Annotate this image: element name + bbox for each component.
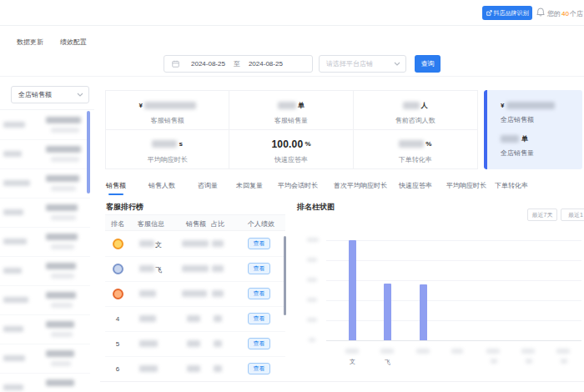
ranking-title: 客服排行榜 [106, 202, 143, 213]
top-header: 抖店品牌识别 您的40个店 [0, 0, 584, 26]
calendar-icon [172, 60, 179, 68]
sidebar-scrollbar[interactable] [87, 111, 90, 193]
bar-2 [384, 284, 391, 340]
metric-tab-sales-count[interactable]: 销售人数 [149, 181, 175, 190]
range-button-7d[interactable]: 最近7天 [527, 209, 557, 221]
content-bottom-divider [100, 381, 584, 382]
rank-number: 6 [108, 356, 128, 381]
ranking-row-2: 飞 查看 [105, 256, 285, 282]
ranking-row-6: 6 查看 [105, 356, 285, 382]
metric-tab-first-response[interactable]: 首次平均响应时长 [334, 181, 387, 190]
brand-button-label: 抖店品牌识别 [494, 9, 529, 18]
stats-card-grid: ¥ 客服销售额 单 客服销售量 人 售前咨询人数 s 平均响应时长 100.00… [105, 90, 478, 169]
sidebar-list-item[interactable] [0, 198, 90, 228]
stat-label: 售前咨询人数 [354, 116, 477, 125]
bar-1 [349, 240, 356, 340]
unit-label: 单 [521, 134, 528, 143]
stat-value: 100.00 [271, 138, 303, 150]
chevron-down-icon [77, 93, 83, 97]
stat-label: 快速应答率 [229, 155, 352, 164]
gridline [326, 320, 581, 321]
view-button[interactable]: 查看 [248, 288, 270, 299]
view-button[interactable]: 查看 [248, 338, 270, 349]
unit-label: 人 [421, 101, 428, 110]
store-card-accent-bar [484, 90, 487, 169]
nav-tab-data-update[interactable]: 数据更新 [17, 38, 43, 47]
col-name: 客服信息 [138, 219, 164, 229]
date-range-picker[interactable]: 2024-08-25 至 2024-08-25 [164, 55, 313, 73]
gold-medal-icon [108, 231, 128, 256]
silver-medal-icon [108, 256, 128, 281]
view-button[interactable]: 查看 [248, 238, 270, 249]
view-button[interactable]: 查看 [248, 313, 270, 324]
store-orders-label: 全店销售量 [501, 148, 534, 158]
ranking-table-header: 排名 客服信息 销售额 占比 个人绩效 [105, 214, 285, 231]
gridline [326, 260, 581, 261]
shop-select-placeholder: 请选择平台店铺 [326, 59, 394, 68]
date-to-label: 至 [234, 59, 240, 68]
bell-icon[interactable] [536, 8, 545, 18]
sidebar-list-item[interactable] [0, 139, 90, 169]
stat-label: 下单转化率 [354, 155, 477, 164]
col-ratio: 占比 [211, 219, 224, 229]
col-sales: 销售额 [186, 219, 206, 229]
stat-card-presale-consults: 人 售前咨询人数 [354, 91, 477, 130]
metric-tab-consults[interactable]: 咨询量 [198, 181, 218, 190]
gridline [326, 300, 581, 301]
stat-card-avg-response: s 平均响应时长 [106, 130, 229, 169]
unit-label: % [425, 140, 431, 148]
col-rank: 排名 [111, 219, 124, 229]
store-sales-value: ¥ [501, 100, 555, 110]
gridline [326, 240, 581, 241]
stat-card-quick-reply-rate: 100.00% 快速应答率 [229, 130, 353, 169]
gridline [326, 280, 581, 281]
x-axis-line [326, 340, 581, 341]
metric-tab-avg-session[interactable]: 平均会话时长 [278, 181, 318, 190]
rank-number: 5 [108, 331, 128, 356]
metric-tab-avg-response[interactable]: 平均响应时长 [446, 181, 486, 190]
view-button[interactable]: 查看 [248, 263, 270, 274]
sidebar-list-item[interactable] [0, 256, 90, 286]
sidebar-list-item[interactable] [0, 285, 90, 315]
stat-label: 客服销售额 [106, 116, 229, 125]
sidebar-list-item[interactable] [0, 227, 90, 257]
metric-tab-unreplied[interactable]: 未回复量 [236, 181, 263, 190]
store-summary-card: ¥ 全店销售额 单 全店销售量 [484, 90, 582, 169]
metric-tab-sales[interactable]: 销售额 [106, 181, 126, 190]
stat-label: 平均响应时长 [106, 155, 229, 164]
unit-label: 单 [298, 101, 305, 110]
metric-tab-conversion[interactable]: 下单转化率 [495, 181, 528, 190]
x-label-1: 文 [350, 358, 355, 366]
stat-card-service-sales: ¥ 客服销售额 [106, 91, 229, 130]
sidebar-metric-value: 全店销售额 [18, 90, 77, 99]
notice-count: 40 [561, 10, 570, 18]
dashboard-page: 抖店品牌识别 您的40个店 数据更新 绩效配置 2024-08-25 至 202… [0, 0, 584, 392]
currency-prefix: ¥ [138, 102, 142, 109]
brand-button[interactable]: 抖店品牌识别 [482, 6, 532, 20]
metric-tab-quick-reply[interactable]: 快速应答率 [399, 181, 432, 190]
bar-3 [420, 284, 427, 340]
sidebar-list-item[interactable] [0, 110, 90, 140]
sidebar-list-item[interactable] [0, 314, 90, 344]
x-label-2: 飞 [385, 358, 390, 366]
sidebar-list-item[interactable] [0, 168, 90, 199]
sidebar-list-item[interactable] [0, 373, 90, 392]
shop-select[interactable]: 请选择平台店铺 [319, 55, 406, 73]
date-end-value: 2024-08-25 [249, 60, 283, 68]
sidebar-metric-select[interactable]: 全店销售额 [11, 86, 89, 103]
external-link-icon [486, 10, 492, 16]
stat-card-service-orders: 单 客服销售量 [229, 91, 353, 130]
filters-divider [0, 76, 584, 77]
ranking-table-scrollbar[interactable] [284, 236, 286, 315]
nav-tab-perf-config[interactable]: 绩效配置 [60, 38, 87, 47]
date-start-value: 2024-08-25 [191, 60, 225, 68]
query-button[interactable]: 查询 [415, 55, 441, 73]
sidebar-list-item[interactable] [0, 344, 90, 374]
bronze-medal-icon [108, 281, 128, 306]
col-perf: 个人绩效 [248, 219, 274, 229]
view-button[interactable]: 查看 [248, 363, 270, 374]
shop-notice: 您的40个店 [547, 9, 583, 18]
range-button-other[interactable]: 最近1 [561, 209, 584, 221]
chart-title: 排名柱状图 [297, 202, 335, 213]
notice-suffix: 个店 [570, 10, 583, 18]
